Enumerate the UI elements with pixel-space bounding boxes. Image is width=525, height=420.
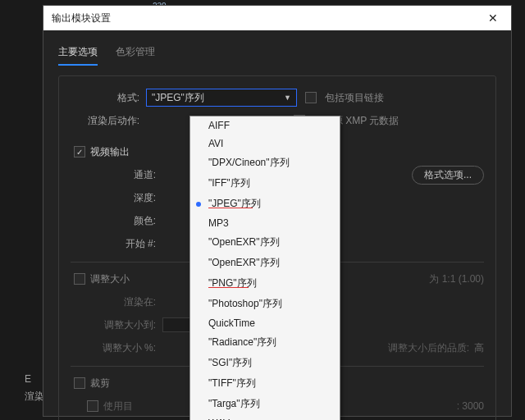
dropdown-item[interactable]: "Photoshop"序列 bbox=[190, 294, 340, 314]
include-project-link-label: 包括项目链接 bbox=[325, 91, 384, 105]
dropdown-item[interactable]: "IFF"序列 bbox=[190, 173, 340, 194]
resize-label: 调整大小 bbox=[90, 272, 130, 286]
use-target-label: 使用目 bbox=[103, 399, 133, 413]
format-dropdown-list[interactable]: AIFFAVI"DPX/Cineon"序列"IFF"序列"JPEG"序列MP3"… bbox=[189, 116, 340, 420]
lock-aspect-text: 为 1:1 (1.00) bbox=[429, 272, 484, 286]
output-module-settings-dialog: 输出模块设置 ✕ 主要选项 色彩管理 格式: "JPEG"序列 ▼ 包括项目链接 bbox=[43, 5, 512, 417]
dropdown-item[interactable]: "TIFF"序列 bbox=[190, 373, 340, 394]
dropdown-item[interactable]: "OpenEXR"序列 bbox=[190, 232, 340, 253]
render-at-label: 渲染在: bbox=[87, 295, 162, 309]
resize-pct-label: 调整大小 %: bbox=[87, 341, 162, 355]
dropdown-item[interactable]: "OpenEXR"序列 bbox=[190, 253, 340, 273]
dropdown-item[interactable]: MP3 bbox=[190, 214, 340, 232]
dropdown-item[interactable]: "DPX/Cineon"序列 bbox=[190, 153, 340, 173]
include-project-link-checkbox[interactable] bbox=[305, 92, 317, 103]
post-action-label: 渲染后动作: bbox=[71, 114, 146, 128]
resize-checkbox[interactable] bbox=[74, 273, 85, 285]
format-value: "JPEG"序列 bbox=[152, 91, 204, 105]
dropdown-item[interactable]: "PNG"序列 bbox=[190, 273, 340, 294]
format-select[interactable]: "JPEG"序列 ▼ bbox=[146, 89, 297, 107]
dropdown-item[interactable]: "SGI"序列 bbox=[190, 353, 340, 373]
dropdown-item[interactable]: QuickTime bbox=[190, 314, 340, 332]
dialog-title: 输出模块设置 bbox=[52, 11, 111, 25]
format-label: 格式: bbox=[71, 91, 146, 105]
resize-quality-label: 调整大小后的品质: bbox=[388, 341, 469, 355]
crop-checkbox[interactable] bbox=[74, 377, 85, 389]
channel-label: 通道: bbox=[87, 168, 162, 182]
chevron-down-icon: ▼ bbox=[284, 94, 291, 102]
dropdown-item[interactable]: "JPEG"序列 bbox=[190, 194, 340, 214]
dropdown-item[interactable]: AIFF bbox=[190, 116, 340, 135]
crop-label: 裁剪 bbox=[90, 377, 110, 390]
tab-main-options[interactable]: 主要选项 bbox=[58, 45, 98, 66]
start-number-label: 开始 #: bbox=[87, 237, 162, 251]
video-output-label: 视频输出 bbox=[90, 145, 130, 159]
resize-quality-value: 高 bbox=[474, 341, 484, 355]
final-size-text: : 3000 bbox=[457, 400, 484, 412]
tabs: 主要选项 色彩管理 bbox=[58, 45, 496, 66]
dropdown-item[interactable]: AVI bbox=[190, 135, 340, 153]
dialog-titlebar: 输出模块设置 ✕ bbox=[43, 6, 511, 30]
close-icon[interactable]: ✕ bbox=[483, 10, 503, 26]
resize-to-label: 调整大小到: bbox=[87, 318, 162, 332]
depth-label: 深度: bbox=[87, 191, 162, 205]
format-options-button[interactable]: 格式选项... bbox=[412, 166, 484, 185]
dropdown-item[interactable]: WAV bbox=[190, 414, 340, 420]
color-label: 颜色: bbox=[87, 214, 162, 228]
dropdown-item[interactable]: "Radiance"序列 bbox=[190, 332, 340, 353]
video-output-checkbox[interactable] bbox=[74, 146, 85, 158]
tab-color-management[interactable]: 色彩管理 bbox=[116, 45, 155, 66]
dropdown-item[interactable]: "Targa"序列 bbox=[190, 394, 340, 414]
use-target-checkbox bbox=[87, 400, 98, 412]
